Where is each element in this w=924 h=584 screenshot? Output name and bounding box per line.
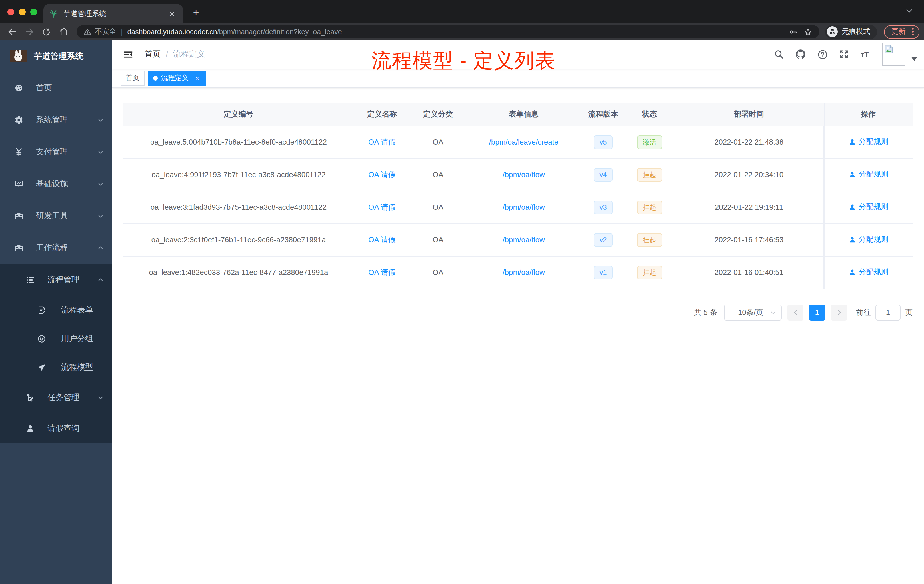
reload-button[interactable] [39, 25, 54, 39]
table-row: oa_leave:4:991f2193-7b7f-11ec-a3c8-acde4… [124, 158, 912, 191]
font-size-icon[interactable]: TT [860, 49, 871, 59]
sidebar-item-label: 流程表单 [61, 305, 104, 315]
chevron-down-icon [770, 309, 777, 316]
tag-process-definition[interactable]: 流程定义 × [148, 71, 206, 86]
address-bar[interactable]: 不安全 | dashboard.yudao.iocoder.cn /bpm/ma… [77, 25, 819, 38]
table-row: oa_leave:3:1fad3d93-7b75-11ec-a3c8-acde4… [124, 191, 912, 223]
sidebar-item-leave-query[interactable]: 请假查询 [0, 414, 112, 444]
sidebar-item-home[interactable]: 首页 [0, 72, 112, 104]
column-header-actions: 操作 [824, 103, 912, 126]
update-label: 更新 [891, 27, 906, 36]
cell-category: OA [410, 158, 466, 191]
arrow-left-icon [7, 27, 17, 36]
column-header-category: 定义分类 [410, 103, 466, 126]
sidebar-item-payment[interactable]: 支付管理 [0, 136, 112, 168]
forward-button[interactable] [22, 25, 36, 39]
cell-definition-id: oa_leave:3:1fad3d93-7b75-11ec-a3c8-acde4… [124, 191, 354, 223]
cell-category: OA [410, 256, 466, 289]
sidebar-item-label: 支付管理 [36, 147, 84, 157]
form-link[interactable]: /bpm/oa/flow [503, 236, 544, 244]
new-tab-button[interactable]: ＋ [188, 5, 203, 20]
svg-text:T: T [861, 53, 864, 58]
briefcase-icon [14, 243, 23, 252]
sidebar-item-infra[interactable]: 基础设施 [0, 168, 112, 200]
sidebar-item-workflow[interactable]: 工作流程 [0, 232, 112, 264]
user-icon [848, 236, 856, 243]
prev-page-button[interactable] [787, 304, 804, 320]
user-icon [848, 138, 856, 146]
page-size-select[interactable]: 10条/页 [724, 304, 782, 320]
browser-tab[interactable]: 芋道管理系统 ✕ [43, 4, 183, 23]
form-link[interactable]: /bpm/oa/flow [503, 203, 544, 211]
status-badge: 挂起 [637, 168, 662, 181]
status-badge: 挂起 [637, 266, 662, 279]
column-header-id: 定义编号 [124, 103, 354, 126]
cell-category: OA [410, 223, 466, 256]
sidebar-item-user-group[interactable]: 用户分组 [0, 325, 112, 353]
sidebar-item-label: 研发工具 [36, 211, 84, 221]
assign-rule-link[interactable]: 分配规则 [848, 170, 888, 180]
back-button[interactable] [5, 25, 20, 39]
assign-rule-link[interactable]: 分配规则 [848, 234, 888, 245]
user-icon [848, 171, 856, 178]
close-window-button[interactable] [7, 8, 14, 15]
fullscreen-icon[interactable] [839, 49, 849, 59]
sidebar-item-devtools[interactable]: 研发工具 [0, 200, 112, 232]
page-number-button[interactable]: 1 [809, 304, 825, 320]
definition-name-link[interactable]: OA 请假 [368, 235, 396, 244]
pagination-total: 共 5 条 [694, 307, 717, 317]
assign-rule-link[interactable]: 分配规则 [848, 202, 888, 212]
search-icon[interactable] [774, 49, 784, 59]
page-unit-label: 页 [905, 307, 912, 317]
minimize-window-button[interactable] [19, 8, 26, 15]
status-badge: 挂起 [637, 233, 662, 247]
form-link[interactable]: /bpm/oa/flow [503, 268, 544, 277]
help-icon[interactable] [817, 49, 828, 60]
bookmark-star-icon[interactable] [804, 27, 813, 36]
home-icon [59, 27, 68, 36]
definition-name-link[interactable]: OA 请假 [368, 268, 396, 276]
goto-page-input[interactable] [875, 304, 901, 320]
form-edit-icon [37, 306, 46, 315]
sidebar-item-process-model[interactable]: 流程模型 [0, 353, 112, 382]
sidebar-logo[interactable]: 芋道管理系统 [0, 40, 112, 72]
form-link[interactable]: /bpm/oa/leave/create [489, 138, 559, 146]
group-face-icon [37, 334, 46, 343]
tab-close-icon[interactable]: ✕ [167, 8, 177, 19]
tab-title: 芋道管理系统 [63, 9, 167, 18]
cell-definition-id: oa_leave:1:482ec033-762a-11ec-8477-a2380… [124, 256, 354, 289]
sidebar-fold-button[interactable] [120, 47, 135, 62]
breadcrumb-home[interactable]: 首页 [145, 49, 160, 59]
fullscreen-window-button[interactable] [30, 8, 37, 15]
update-browser-button[interactable]: 更新 [884, 25, 919, 39]
tab-search-chevron-icon[interactable] [905, 7, 913, 15]
version-badge: v4 [594, 168, 612, 181]
assign-rule-link[interactable]: 分配规则 [848, 137, 888, 147]
tag-home[interactable]: 首页 [120, 71, 145, 86]
definition-name-link[interactable]: OA 请假 [368, 170, 396, 178]
pagination: 共 5 条 10条/页 1 前往 页 [124, 304, 912, 320]
sidebar-item-task-mgmt[interactable]: 任务管理 [0, 382, 112, 414]
tag-label: 流程定义 [161, 73, 188, 83]
sidebar-item-process-mgmt[interactable]: 流程管理 [0, 264, 112, 296]
window-controls [7, 8, 37, 15]
next-page-button[interactable] [831, 304, 847, 320]
tag-close-icon[interactable]: × [193, 74, 201, 82]
browser-menu-icon[interactable] [910, 28, 916, 35]
definition-name-link[interactable]: OA 请假 [368, 203, 396, 211]
user-avatar[interactable] [882, 43, 905, 66]
caret-down-icon[interactable] [911, 57, 917, 61]
sidebar-item-process-form[interactable]: 流程表单 [0, 296, 112, 325]
home-button[interactable] [56, 25, 71, 39]
incognito-badge: 无痕模式 [825, 25, 877, 39]
breadcrumb-separator: / [166, 50, 168, 59]
key-icon[interactable] [789, 27, 798, 36]
form-link[interactable]: /bpm/oa/flow [503, 170, 544, 179]
assign-rule-link[interactable]: 分配规则 [848, 267, 888, 277]
sidebar-item-label: 用户分组 [61, 334, 104, 344]
definition-name-link[interactable]: OA 请假 [368, 137, 396, 146]
chevron-down-icon [97, 148, 104, 155]
github-icon[interactable] [795, 49, 806, 60]
sidebar-item-system[interactable]: 系统管理 [0, 104, 112, 136]
chevron-down-icon [97, 394, 104, 401]
